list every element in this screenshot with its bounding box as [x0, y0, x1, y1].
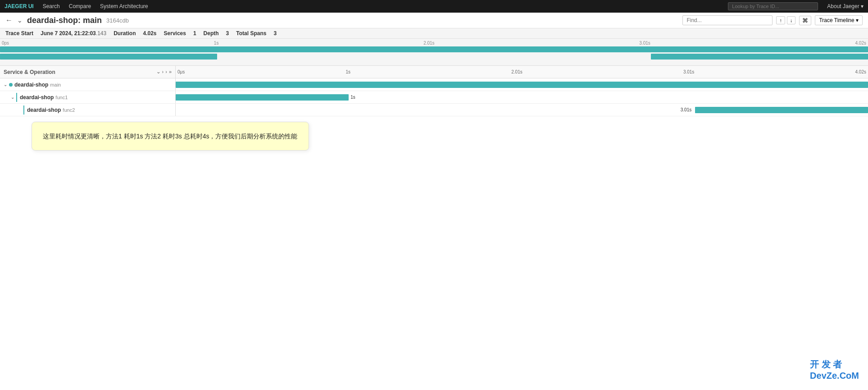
- span-service-col-func2[interactable]: deardai-shop func2: [0, 104, 176, 116]
- mini-label-2: 2.01s: [423, 41, 434, 46]
- span-row-func2: deardai-shop func2 3.01s: [0, 104, 868, 116]
- span-op-main: main: [50, 82, 61, 87]
- back-button[interactable]: ←: [5, 16, 13, 24]
- span-bar-func2: [695, 107, 868, 113]
- nav-sysarch-link[interactable]: System Architecture: [100, 3, 148, 9]
- services-value: 1: [193, 30, 196, 37]
- span-op-func2: func2: [63, 107, 75, 113]
- span-dot-main: [9, 83, 13, 87]
- time-1: 1s: [346, 69, 351, 74]
- brand-label: JAEGER UI: [5, 3, 34, 9]
- service-op-header: Service & Operation ⌄ › › »: [0, 66, 176, 78]
- mini-tl-labels: 0ps 1s 2.01s 3.01s 4.02s: [0, 41, 868, 46]
- time-3: 3.01s: [683, 69, 694, 74]
- mini-bar-2: [0, 54, 217, 60]
- mini-label-3: 3.01s: [639, 41, 650, 46]
- span-service-func1: deardai-shop: [20, 94, 54, 101]
- expand-icon[interactable]: »: [169, 69, 172, 75]
- span-vline-func2: [23, 106, 24, 115]
- span-bar-label-func2: 3.01s: [681, 107, 691, 112]
- mini-label-0: 0ps: [2, 41, 9, 46]
- mini-bar-3: [651, 54, 868, 60]
- trace-id: 3164cdb: [106, 17, 129, 24]
- span-row-main: ⌄ deardai-shop main: [0, 78, 868, 91]
- find-input[interactable]: [682, 15, 773, 25]
- time-2: 2.01s: [511, 69, 522, 74]
- span-service-col-func1[interactable]: ⌄ deardai-shop func1: [0, 91, 176, 103]
- span-time-func2: 3.01s: [176, 104, 868, 116]
- span-bar-label-func1: 1s: [350, 95, 355, 100]
- mini-timeline: 0ps 1s 2.01s 3.01s 4.02s: [0, 39, 868, 66]
- span-time-func1: 1s: [176, 91, 868, 103]
- trace-timeline-button[interactable]: Trace Timeline ▾: [815, 15, 863, 25]
- keyboard-shortcut-button[interactable]: ⌘: [799, 16, 811, 25]
- total-spans-label: Total Spans: [236, 30, 266, 37]
- trace-header: ← ⌄ deardai-shop: main 3164cdb ↑ ↓ ⌘ Tra…: [0, 13, 868, 28]
- mini-tl-bars: [0, 46, 868, 63]
- trace-title: deardai-shop: main: [27, 16, 102, 25]
- nav-compare-link[interactable]: Compare: [69, 3, 91, 9]
- toggle-main[interactable]: ⌄: [4, 82, 7, 87]
- nav-arrows: ↑ ↓: [776, 16, 795, 24]
- sort-down-icon[interactable]: ⌄: [156, 69, 160, 75]
- time-0: 0μs: [177, 69, 185, 74]
- duration-value: 4.02s: [143, 30, 157, 37]
- timeline-time-markers: 0μs 1s 2.01s 3.01s 4.02s: [176, 69, 868, 74]
- depth-value: 3: [226, 30, 229, 37]
- total-spans-value: 3: [273, 30, 277, 37]
- mini-label-4: 4.02s: [855, 41, 866, 46]
- span-service-main: deardai-shop: [14, 82, 48, 88]
- span-vline-func1: [16, 93, 17, 102]
- sort-up-icon[interactable]: ›: [162, 69, 164, 75]
- trace-meta: Trace Start June 7 2024, 21:22:03.143 Du…: [0, 28, 868, 39]
- trace-start-label: Trace Start: [5, 30, 33, 37]
- timeline-area: Service & Operation ⌄ › › » 0μs 1s 2.01s…: [0, 66, 868, 116]
- about-jaeger-menu[interactable]: About Jaeger ▾: [827, 3, 863, 9]
- sort-right-icon[interactable]: ›: [165, 69, 167, 75]
- span-time-main: [176, 78, 868, 91]
- services-label: Services: [164, 30, 186, 37]
- mini-label-1: 1s: [214, 41, 219, 46]
- span-service-col-main[interactable]: ⌄ deardai-shop main: [0, 78, 176, 91]
- top-nav: JAEGER UI Search Compare System Architec…: [0, 0, 868, 13]
- next-match-button[interactable]: ↓: [787, 16, 796, 24]
- span-service-func2: deardai-shop: [27, 107, 61, 113]
- trace-lookup-input[interactable]: [728, 2, 818, 10]
- time-4: 4.02s: [855, 69, 866, 74]
- service-op-label: Service & Operation: [4, 69, 55, 75]
- depth-label: Depth: [204, 30, 219, 37]
- span-op-func1: func1: [55, 95, 68, 100]
- col-controls: ⌄ › › »: [156, 69, 172, 75]
- nav-search-link[interactable]: Search: [43, 3, 60, 9]
- span-bar-func1: [176, 94, 349, 101]
- toggle-func1[interactable]: ⌄: [11, 95, 14, 100]
- span-row-func1: ⌄ deardai-shop func1 1s: [0, 91, 868, 104]
- duration-label: Duration: [114, 30, 136, 37]
- prev-match-button[interactable]: ↑: [776, 16, 785, 24]
- span-bar-main: [176, 82, 868, 88]
- trace-header-controls: ↑ ↓ ⌘ Trace Timeline ▾: [682, 15, 863, 25]
- trace-start-date: June 7 2024, 21:22:03.143: [41, 30, 106, 37]
- timeline-header-row: Service & Operation ⌄ › › » 0μs 1s 2.01s…: [0, 66, 868, 78]
- timeline-time-header: 0μs 1s 2.01s 3.01s 4.02s: [176, 66, 868, 78]
- mini-bar-1: [0, 46, 868, 52]
- chevron-down-icon[interactable]: ⌄: [17, 17, 23, 24]
